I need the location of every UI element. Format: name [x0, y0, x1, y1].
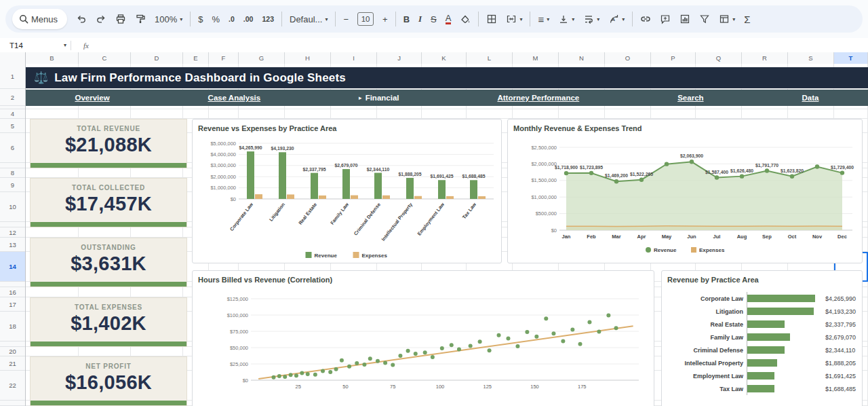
insert-link-button[interactable] — [636, 10, 655, 29]
nav-link-search[interactable]: Search — [677, 94, 703, 102]
chart-panel-revenue-vs-expenses[interactable]: Revenue vs Expenses by Practice Area $0$… — [192, 119, 502, 263]
row-header-17[interactable]: 17 — [0, 297, 25, 312]
row-header-hidden[interactable] — [0, 222, 25, 227]
row-header-1[interactable]: 1 — [0, 64, 25, 89]
column-header-I[interactable]: I — [331, 52, 377, 64]
column-header-C[interactable]: C — [79, 52, 131, 64]
sheet-canvas[interactable]: ⚖️ Law Firm Performance Dashboard in Goo… — [26, 64, 868, 406]
column-header-H[interactable]: H — [285, 52, 331, 64]
kpi-card-net-profit[interactable]: NET PROFIT$16,056K — [30, 356, 187, 406]
hbar-row: Corporate Law$4,265,990 — [667, 292, 856, 305]
chart-panel-hours-vs-revenue[interactable]: Hours Billed vs Revenue (Correlation) $0… — [192, 270, 654, 406]
select-all-corner[interactable] — [0, 52, 26, 64]
column-header-N[interactable]: N — [559, 52, 605, 64]
decrease-font-size-button[interactable]: − — [339, 10, 353, 29]
row-header-hidden[interactable] — [0, 342, 25, 347]
row-header-20[interactable]: 20 — [0, 347, 25, 356]
text-color-button[interactable]: A — [441, 10, 456, 29]
column-header-P[interactable]: P — [651, 52, 696, 64]
font-size-input[interactable]: 10 — [353, 10, 378, 29]
column-header-D[interactable]: D — [131, 52, 183, 64]
row-header-18[interactable]: 18 — [0, 312, 25, 342]
text-rotation-button[interactable]: A▾ — [604, 10, 629, 29]
merge-cells-button[interactable]: ▾ — [502, 10, 526, 29]
bar-chart: $0$1,000,000$2,000,000$3,000,000$4,000,0… — [198, 134, 496, 263]
text-wrap-button[interactable]: ▾ — [579, 10, 604, 29]
column-header-O[interactable]: O — [605, 52, 651, 64]
row-header-8[interactable]: 8 — [0, 168, 25, 178]
format-percent-button[interactable]: % — [208, 10, 224, 29]
row-header-5[interactable]: 5 — [0, 119, 25, 133]
functions-button[interactable]: Σ — [740, 10, 754, 29]
more-formats-button[interactable]: 123 — [258, 10, 278, 29]
column-header-J[interactable]: J — [377, 52, 422, 64]
row-header-16[interactable]: 16 — [0, 287, 25, 297]
row-header-13[interactable]: 13 — [0, 238, 25, 252]
table-views-button[interactable]: ▾ — [715, 10, 739, 29]
toolbar-divider — [190, 12, 191, 26]
kpi-card-outstanding[interactable]: OUTSTANDING$3,631K — [30, 238, 187, 287]
paint-format-button[interactable] — [131, 10, 150, 29]
row-header-12[interactable]: 12 — [0, 227, 25, 238]
horizontal-align-button[interactable]: ≡▾ — [534, 10, 553, 29]
column-header-T[interactable]: T — [834, 52, 868, 64]
kpi-card-total-expenses[interactable]: TOTAL EXPENSES$1,402K — [30, 297, 187, 347]
row-header-hidden[interactable] — [0, 282, 25, 287]
strikethrough-button[interactable]: S — [427, 10, 441, 29]
nav-link-case-analysis[interactable]: Case Analysis — [208, 94, 261, 102]
bold-button[interactable]: B — [399, 10, 414, 29]
nav-link-overview[interactable]: Overview — [75, 94, 109, 102]
create-filter-button[interactable] — [695, 10, 714, 29]
row-header-hidden[interactable] — [0, 163, 25, 168]
kpi-value: $16,056K — [31, 371, 186, 394]
column-header-R[interactable]: R — [742, 52, 788, 64]
column-header-M[interactable]: M — [513, 52, 559, 64]
column-header-Q[interactable]: Q — [696, 52, 742, 64]
column-header-L[interactable]: L — [467, 52, 513, 64]
column-header-K[interactable]: K — [422, 52, 467, 64]
chart-panel-monthly-trend[interactable]: Monthly Revenue & Expenses Trend $0$500,… — [507, 119, 863, 263]
borders-button[interactable] — [482, 10, 501, 29]
font-select[interactable]: Defaul...▾ — [285, 10, 332, 29]
column-header-E[interactable]: E — [183, 52, 209, 64]
undo-button[interactable] — [72, 10, 91, 29]
cell-name-box[interactable]: T14 ▾ — [0, 41, 66, 50]
fill-color-button[interactable] — [456, 10, 475, 29]
insert-chart-button[interactable] — [675, 10, 694, 29]
increase-decimal-button[interactable]: .00 — [239, 10, 258, 29]
increase-font-size-button[interactable]: + — [378, 10, 392, 29]
nav-link-attorney-performance[interactable]: Attorney Performance — [497, 94, 579, 102]
column-header-B[interactable]: B — [26, 52, 79, 64]
row-header-9[interactable]: 9 — [0, 178, 25, 192]
kpi-card-total-revenue[interactable]: TOTAL REVENUE$21,088K — [30, 119, 187, 168]
redo-button[interactable] — [92, 10, 111, 29]
zoom-select[interactable]: 100%▾ — [151, 10, 186, 29]
nav-link-data[interactable]: Data — [802, 94, 819, 102]
row-header-2[interactable]: 2 — [0, 89, 25, 106]
row-header-4[interactable]: 4 — [0, 109, 25, 119]
svg-text:$75,000: $75,000 — [230, 329, 248, 335]
menus-button[interactable]: Menus — [12, 9, 67, 29]
row-header-21[interactable]: 21 — [0, 356, 25, 371]
formula-input[interactable] — [97, 38, 868, 52]
print-button[interactable] — [111, 10, 130, 29]
column-header-F[interactable]: F — [209, 52, 239, 64]
row-header-14[interactable]: 14 — [0, 252, 25, 282]
row-header-10[interactable]: 10 — [0, 192, 25, 222]
nav-link-financial[interactable]: ▸Financial — [359, 94, 399, 102]
format-currency-button[interactable]: $ — [194, 10, 207, 29]
vertical-align-button[interactable]: ▾ — [554, 10, 578, 29]
insert-comment-button[interactable] — [656, 10, 675, 29]
italic-button[interactable]: I — [414, 10, 426, 29]
row-header-hidden[interactable] — [0, 401, 25, 406]
decrease-decimal-button[interactable]: .0 — [224, 10, 239, 29]
dashboard-title-bar: ⚖️ Law Firm Performance Dashboard in Goo… — [26, 67, 868, 88]
hbar-value: $1,888,205 — [822, 360, 856, 367]
text-color-button-glyph: A — [446, 14, 452, 24]
column-header-S[interactable]: S — [788, 52, 834, 64]
chart-panel-revenue-by-practice[interactable]: Revenue by Practice Area Corporate Law$4… — [661, 270, 863, 406]
kpi-card-total-collected[interactable]: TOTAL COLLECTED$17,457K — [30, 178, 187, 227]
row-header-6[interactable]: 6 — [0, 133, 25, 163]
column-header-G[interactable]: G — [239, 52, 285, 64]
row-header-22[interactable]: 22 — [0, 371, 25, 401]
